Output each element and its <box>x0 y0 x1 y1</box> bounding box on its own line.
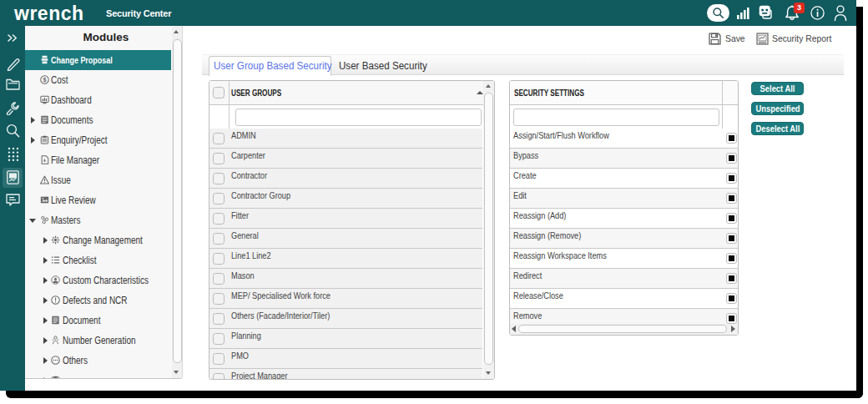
svg-text:$: $ <box>43 76 47 83</box>
